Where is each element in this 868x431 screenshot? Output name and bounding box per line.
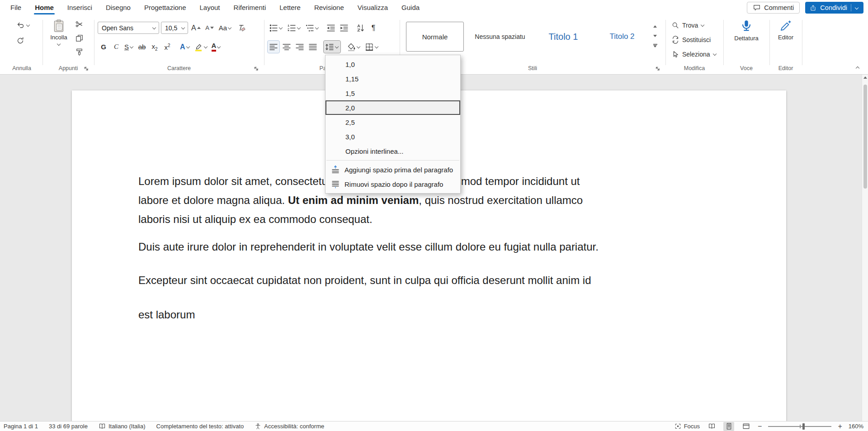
find-button[interactable]: Trova	[670, 19, 706, 31]
spacing-option-1-0[interactable]: 1,0	[326, 57, 460, 71]
carattere-dialog-launcher[interactable]	[253, 66, 259, 72]
tab-revisione[interactable]: Revisione	[307, 0, 351, 15]
font-size-chevron-icon[interactable]	[181, 26, 185, 30]
font-size-combo[interactable]: 10,5	[161, 22, 188, 34]
styles-scroll-down-button[interactable]	[651, 32, 659, 39]
shading-chevron-icon[interactable]	[357, 45, 361, 49]
spacing-option-1-15[interactable]: 1,15	[326, 71, 460, 86]
font-color-chevron-icon[interactable]	[217, 45, 221, 49]
style-titolo-1[interactable]: Titolo 1	[536, 22, 590, 52]
change-case-chevron-icon[interactable]	[228, 26, 232, 30]
shrink-font-button[interactable]: A	[204, 22, 216, 34]
style-titolo-2[interactable]: Titolo 2	[595, 22, 649, 52]
tab-lettere[interactable]: Lettere	[273, 0, 307, 15]
highlight-chevron-icon[interactable]	[204, 45, 208, 49]
style-normale[interactable]: Normale	[406, 22, 464, 52]
find-chevron-icon[interactable]	[701, 23, 705, 27]
align-center-button[interactable]	[281, 41, 292, 53]
show-formatting-button[interactable]: ¶	[368, 22, 379, 34]
format-painter-button[interactable]	[73, 46, 85, 58]
spacing-options-dialog-item[interactable]: Opzioni interlinea...	[326, 144, 460, 158]
borders-button[interactable]	[363, 41, 380, 53]
copy-button[interactable]	[73, 32, 85, 44]
accessibility-status[interactable]: Accessibilità: conforme	[255, 423, 324, 430]
scrollbar-up-icon[interactable]	[863, 76, 867, 79]
text-effects-button[interactable]: A	[179, 41, 192, 53]
highlight-button[interactable]	[193, 41, 209, 53]
paste-button[interactable]: Incolla	[47, 16, 71, 60]
zoom-slider[interactable]	[768, 423, 831, 430]
share-button[interactable]: Condividi	[805, 2, 863, 14]
decrease-indent-button[interactable]	[325, 22, 337, 34]
cut-button[interactable]	[73, 18, 85, 30]
sort-button[interactable]	[354, 22, 366, 34]
underline-button[interactable]: S	[123, 41, 135, 53]
zoom-thumb[interactable]	[802, 423, 805, 430]
zoom-out-button[interactable]: −	[758, 423, 762, 430]
document-text[interactable]: Lorem ipsum dolor sit amet, consectetur …	[138, 172, 731, 332]
tab-disegno[interactable]: Disegno	[99, 0, 137, 15]
text-effects-chevron-icon[interactable]	[186, 45, 190, 49]
undo-chevron-icon[interactable]	[26, 23, 30, 27]
strikethrough-button[interactable]: ab	[136, 41, 148, 53]
stili-dialog-launcher[interactable]	[655, 66, 661, 72]
change-case-button[interactable]: Aa	[217, 22, 233, 34]
tab-visualizza[interactable]: Visualizza	[351, 0, 395, 15]
add-space-before-item[interactable]: Aggiungi spazio prima del paragrafo	[326, 162, 460, 177]
word-count[interactable]: 33 di 69 parole	[49, 423, 88, 430]
styles-gallery-more-button[interactable]	[651, 42, 659, 50]
tab-layout[interactable]: Layout	[193, 0, 227, 15]
replace-button[interactable]: Sostituisci	[670, 33, 712, 46]
grow-font-button[interactable]: A	[190, 22, 202, 34]
borders-chevron-icon[interactable]	[375, 45, 379, 49]
style-nessuna-spaziatura[interactable]: Nessuna spaziatu	[468, 22, 532, 52]
multilevel-chevron-icon[interactable]	[315, 26, 319, 30]
spacing-option-1-5[interactable]: 1,5	[326, 86, 460, 100]
tab-progettazione[interactable]: Progettazione	[137, 0, 193, 15]
spacing-option-3-0[interactable]: 3,0	[326, 129, 460, 144]
subscript-button[interactable]: x2	[149, 41, 160, 53]
read-mode-button[interactable]	[706, 422, 717, 431]
align-left-button[interactable]	[268, 41, 279, 53]
underline-chevron-icon[interactable]	[130, 45, 134, 49]
bold-button[interactable]: G	[98, 41, 109, 53]
bullets-button[interactable]	[268, 22, 284, 34]
multilevel-list-button[interactable]	[304, 22, 321, 34]
justify-button[interactable]	[307, 41, 319, 53]
spacing-option-2-5[interactable]: 2,5	[326, 115, 460, 129]
increase-indent-button[interactable]	[338, 22, 350, 34]
remove-space-after-item[interactable]: Rimuovi spazio dopo il paragrafo	[326, 177, 460, 191]
styles-scroll-up-button[interactable]	[651, 23, 659, 30]
select-chevron-icon[interactable]	[713, 52, 717, 56]
italic-button[interactable]: C	[110, 41, 122, 53]
select-button[interactable]: Seleziona	[670, 48, 718, 60]
numbering-button[interactable]	[286, 22, 302, 34]
comments-button[interactable]: Commenti	[747, 2, 800, 14]
bullets-chevron-icon[interactable]	[279, 26, 283, 30]
font-name-chevron-icon[interactable]	[152, 26, 156, 30]
text-completion-status[interactable]: Completamento del testo: attivato	[156, 423, 244, 430]
appunti-dialog-launcher[interactable]	[83, 66, 90, 72]
clear-formatting-button[interactable]	[235, 22, 247, 34]
dictate-button[interactable]: Dettatura	[731, 16, 761, 60]
print-layout-button[interactable]	[723, 422, 734, 431]
zoom-percentage[interactable]: 160%	[849, 423, 863, 430]
font-name-combo[interactable]: Open Sans	[98, 22, 159, 34]
line-spacing-chevron-icon[interactable]	[335, 45, 339, 49]
proofing-status[interactable]: Italiano (Italia)	[99, 423, 146, 430]
web-layout-button[interactable]	[741, 422, 751, 431]
tab-home[interactable]: Home	[28, 0, 61, 15]
tab-guida[interactable]: Guida	[395, 0, 426, 15]
redo-button[interactable]	[14, 34, 26, 47]
spacing-option-2-0-selected[interactable]: 2,0	[326, 100, 460, 115]
share-chevron-icon[interactable]	[855, 6, 859, 10]
page-indicator[interactable]: Pagina 1 di 1	[4, 423, 38, 430]
paste-chevron-icon[interactable]	[57, 42, 61, 46]
zoom-in-button[interactable]: +	[838, 423, 842, 430]
align-right-button[interactable]	[294, 41, 306, 53]
vertical-scrollbar[interactable]	[862, 75, 868, 421]
scrollbar-thumb[interactable]	[863, 85, 867, 189]
undo-button[interactable]	[14, 19, 26, 31]
tab-riferimenti[interactable]: Riferimenti	[227, 0, 273, 15]
shading-button[interactable]	[345, 41, 362, 53]
